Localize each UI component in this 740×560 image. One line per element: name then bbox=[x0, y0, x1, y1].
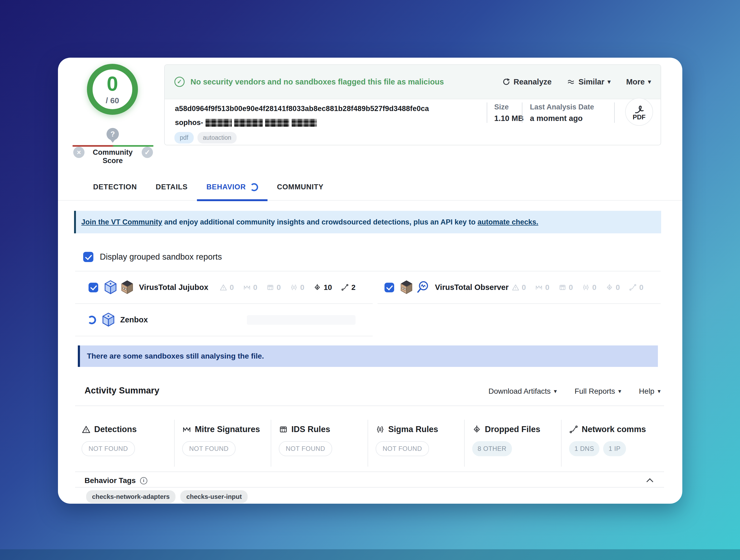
tab-label: DETAILS bbox=[156, 183, 188, 191]
reanalyze-icon bbox=[502, 78, 510, 86]
dropped-files-badge[interactable]: 8 OTHER bbox=[472, 441, 512, 456]
behavior-tags-list: checks-network-adapters checks-user-inpu… bbox=[86, 490, 248, 503]
sandbox-checkbox[interactable] bbox=[89, 283, 98, 292]
reanalyze-button[interactable]: Reanalyze bbox=[502, 78, 552, 86]
behavior-tag[interactable]: checks-network-adapters bbox=[86, 490, 176, 503]
redacted-filename-block bbox=[292, 119, 317, 127]
sandbox-name[interactable]: VirusTotal Jujubox bbox=[139, 283, 208, 292]
mitre-icon bbox=[535, 284, 543, 291]
warning-icon bbox=[82, 425, 91, 434]
size-label: Size bbox=[494, 103, 524, 111]
full-reports-menu[interactable]: Full Reports ▾ bbox=[574, 387, 621, 396]
sandbox-avatar-icon bbox=[120, 280, 134, 295]
dropped-files-icon bbox=[472, 425, 481, 434]
not-found-badge: NOT FOUND bbox=[279, 441, 332, 456]
community-banner-text: and enjoy additional community insights … bbox=[162, 218, 478, 226]
file-header-panel: ✓ No security vendors and no sandboxes f… bbox=[164, 65, 661, 145]
tab-label: BEHAVIOR bbox=[206, 183, 246, 191]
file-tag-pdf[interactable]: pdf bbox=[174, 132, 194, 143]
detections-stat: 0 bbox=[219, 283, 234, 292]
column-network-comms: Network comms 1 DNS 1 IP bbox=[562, 420, 661, 467]
column-title: Mitre Signatures bbox=[195, 425, 260, 434]
tab-detection[interactable]: DETECTION bbox=[84, 183, 146, 201]
loading-skeleton bbox=[247, 315, 356, 325]
detections-stat: 0 bbox=[512, 283, 526, 292]
ids-icon bbox=[279, 425, 288, 434]
filetype-pdf-badge: PDF bbox=[625, 98, 653, 126]
chevron-down-icon: ▾ bbox=[648, 78, 651, 85]
ids-stat: 0 bbox=[266, 283, 281, 292]
info-icon[interactable]: i bbox=[140, 477, 147, 484]
behavior-tag[interactable]: checks-user-input bbox=[180, 490, 248, 503]
sandbox-name[interactable]: Zenbox bbox=[120, 315, 148, 324]
report-tabs: DETECTION DETAILS BEHAVIOR COMMUNITY bbox=[58, 172, 682, 201]
redacted-filename-block bbox=[234, 119, 263, 127]
observer-magnifier-icon bbox=[416, 280, 430, 295]
similar-icon bbox=[567, 78, 575, 86]
tab-details[interactable]: DETAILS bbox=[146, 183, 197, 201]
collapse-chevron-up-icon[interactable] bbox=[646, 478, 653, 485]
sandbox-checkbox[interactable] bbox=[384, 283, 394, 292]
not-found-badge: NOT FOUND bbox=[182, 441, 236, 456]
virustotal-behavior-page: { "score_widget": { "score": "0", "denom… bbox=[0, 0, 740, 560]
ids-icon bbox=[266, 284, 274, 291]
divider bbox=[614, 102, 615, 123]
grouped-reports-label: Display grouped sandbox reports bbox=[100, 252, 222, 262]
column-title: IDS Rules bbox=[291, 425, 330, 434]
sigma-stat: 0 bbox=[290, 283, 304, 292]
sandbox-row-empty bbox=[377, 304, 661, 336]
divider bbox=[75, 406, 664, 406]
detection-score-ring: 0 / 60 bbox=[87, 64, 138, 115]
report-card: 0 / 60 ? × ✓ Community Score ✓ No securi… bbox=[58, 58, 682, 504]
dropped-files-stat: 0 bbox=[606, 283, 620, 292]
chevron-down-icon: ▾ bbox=[658, 388, 661, 395]
sandboxes-analysing-banner: There are some sandboxes still analysing… bbox=[78, 345, 658, 367]
help-menu[interactable]: Help ▾ bbox=[639, 387, 661, 396]
file-tags: pdf autoaction bbox=[174, 132, 237, 143]
not-found-badge: NOT FOUND bbox=[376, 441, 429, 456]
column-title: Detections bbox=[94, 425, 136, 434]
reanalyze-label: Reanalyze bbox=[514, 78, 552, 86]
column-title: Dropped Files bbox=[485, 425, 540, 434]
sandbox-stats: 0 0 0 0 10 2 bbox=[219, 283, 356, 292]
dropped-files-stat: 10 bbox=[313, 283, 332, 292]
sandbox-avatar-icon bbox=[399, 280, 413, 295]
sandbox-name[interactable]: VirusTotal Observer bbox=[435, 283, 509, 292]
community-dislike-icon: × bbox=[73, 147, 85, 158]
more-label: More bbox=[626, 78, 645, 86]
column-ids-rules: IDS Rules NOT FOUND bbox=[271, 420, 368, 467]
join-vt-community-link[interactable]: Join the VT Community bbox=[81, 218, 162, 226]
dns-badge[interactable]: 1 DNS bbox=[569, 441, 599, 456]
tab-behavior[interactable]: BEHAVIOR bbox=[197, 183, 268, 201]
ip-badge[interactable]: 1 IP bbox=[603, 441, 626, 456]
more-button[interactable]: More ▾ bbox=[626, 78, 651, 86]
grouped-reports-checkbox[interactable] bbox=[83, 252, 93, 262]
file-hash[interactable]: a58d0964f9f513b00e90e4f28141f8033ab8ec88… bbox=[175, 105, 429, 113]
header-actions: Reanalyze Similar ▾ More ▾ bbox=[502, 78, 651, 86]
network-icon bbox=[341, 284, 349, 291]
verdict-banner: ✓ No security vendors and no sandboxes f… bbox=[165, 65, 661, 99]
download-artifacts-menu[interactable]: Download Artifacts ▾ bbox=[488, 387, 557, 396]
loading-spinner-icon bbox=[250, 183, 258, 191]
file-info-body: a58d0964f9f513b00e90e4f28141f8033ab8ec88… bbox=[165, 99, 661, 145]
network-icon bbox=[569, 425, 578, 434]
community-like-icon: ✓ bbox=[142, 147, 153, 158]
divider bbox=[522, 102, 523, 123]
automate-checks-link[interactable]: automate checks. bbox=[478, 218, 539, 226]
sigma-icon bbox=[582, 284, 590, 291]
community-score-bar bbox=[73, 145, 154, 147]
column-mitre-signatures: Mitre Signatures NOT FOUND bbox=[175, 420, 271, 467]
detection-score-value: 0 bbox=[107, 74, 118, 94]
chevron-down-icon: ▾ bbox=[554, 388, 557, 395]
mitre-icon bbox=[243, 284, 251, 291]
similar-button[interactable]: Similar ▾ bbox=[567, 78, 611, 86]
network-comms-stat: 0 bbox=[629, 283, 643, 292]
file-name: sophos- bbox=[175, 119, 317, 127]
analysing-banner-text: There are some sandboxes still analysing… bbox=[87, 352, 264, 360]
ids-icon bbox=[559, 284, 566, 291]
help-label: Help bbox=[639, 387, 654, 396]
column-sigma-rules: Sigma Rules NOT FOUND bbox=[368, 420, 465, 467]
file-tag-autoaction[interactable]: autoaction bbox=[197, 132, 237, 143]
divider bbox=[75, 471, 664, 472]
tab-community[interactable]: COMMUNITY bbox=[268, 183, 333, 201]
